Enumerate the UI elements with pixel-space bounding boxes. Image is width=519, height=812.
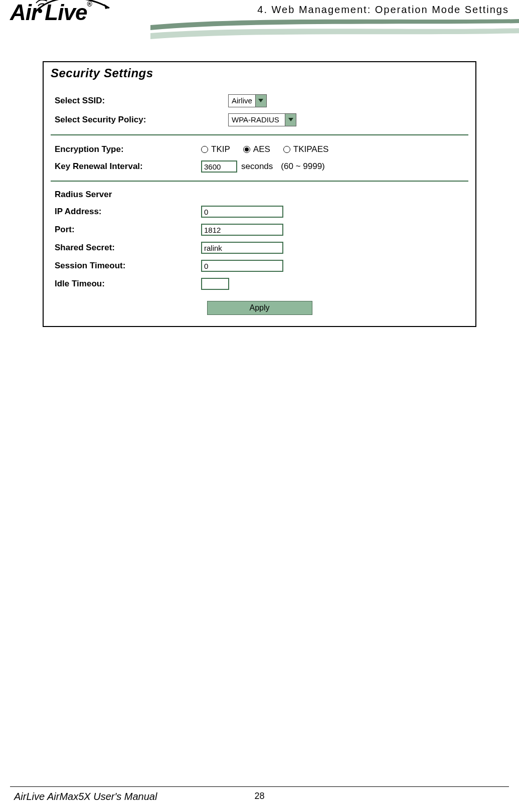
- radio-tkipaes[interactable]: TKIPAES: [283, 144, 329, 154]
- airlive-logo: Air Live®: [10, 0, 92, 25]
- port-input[interactable]: [201, 224, 283, 236]
- row-idle-timeout: Idle Timeou:: [51, 275, 468, 293]
- security-settings-panel: Security Settings Select SSID: Airlive S…: [43, 61, 476, 327]
- encryption-label: Encryption Type:: [51, 144, 201, 154]
- key-renewal-label: Key Renewal Interval:: [51, 161, 201, 172]
- radio-tkip[interactable]: TKIP: [201, 144, 230, 154]
- row-key-renewal: Key Renewal Interval: seconds (60 ~ 9999…: [51, 157, 468, 176]
- ip-input[interactable]: [201, 206, 283, 218]
- row-security-policy: Select Security Policy: WPA-RADIUS: [51, 110, 468, 129]
- radio-dot-icon: [283, 146, 290, 153]
- row-shared-secret: Shared Secret:: [51, 239, 468, 257]
- apply-button[interactable]: Apply: [207, 301, 312, 315]
- page-footer: 28 AirLive AirMax5X User's Manual: [0, 786, 519, 804]
- ssid-label: Select SSID:: [51, 96, 201, 106]
- idle-label: Idle Timeou:: [51, 279, 201, 289]
- secret-label: Shared Secret:: [51, 243, 201, 253]
- policy-select-value: WPA-RADIUS: [229, 114, 285, 126]
- secret-input[interactable]: [201, 242, 283, 254]
- port-label: Port:: [51, 225, 201, 235]
- key-renewal-input[interactable]: [201, 160, 237, 173]
- row-encryption-type: Encryption Type: TKIP AES TKIPAES: [51, 141, 468, 157]
- row-ip-address: IP Address:: [51, 203, 468, 221]
- row-session-timeout: Session Timeout:: [51, 257, 468, 275]
- row-port: Port:: [51, 221, 468, 239]
- row-select-ssid: Select SSID: Airlive: [51, 91, 468, 110]
- divider: [51, 134, 468, 135]
- svg-point-1: [38, 9, 42, 13]
- chapter-label: 4. Web Management: Operation Mode Settin…: [257, 4, 509, 16]
- header-swoosh-icon: [150, 16, 519, 46]
- radio-aes[interactable]: AES: [243, 144, 270, 154]
- idle-input[interactable]: [201, 278, 229, 290]
- page-header: 4. Web Management: Operation Mode Settin…: [0, 0, 519, 55]
- key-renewal-range: (60 ~ 9999): [281, 161, 324, 172]
- ssid-select[interactable]: Airlive: [228, 94, 267, 107]
- chevron-down-icon: [255, 95, 266, 107]
- policy-select[interactable]: WPA-RADIUS: [228, 113, 296, 126]
- ssid-select-value: Airlive: [229, 95, 255, 107]
- footer-rule: [10, 786, 509, 787]
- radius-legend: Radius Server: [51, 188, 468, 203]
- radio-aes-label: AES: [253, 144, 270, 154]
- radio-dot-icon: [243, 146, 250, 153]
- policy-label: Select Security Policy:: [51, 115, 201, 125]
- radio-tkip-label: TKIP: [211, 144, 230, 154]
- ip-label: IP Address:: [51, 207, 201, 217]
- svg-marker-2: [258, 99, 263, 102]
- panel-title: Security Settings: [51, 66, 468, 80]
- logo-arc-icon: [34, 0, 114, 15]
- session-input[interactable]: [201, 260, 283, 272]
- manual-title: AirLive AirMax5X User's Manual: [14, 791, 157, 802]
- chevron-down-icon: [285, 114, 296, 126]
- radio-dot-icon: [201, 146, 208, 153]
- key-renewal-unit: seconds: [241, 161, 273, 172]
- radio-tkipaes-label: TKIPAES: [293, 144, 329, 154]
- divider: [51, 181, 468, 182]
- session-label: Session Timeout:: [51, 261, 201, 271]
- svg-marker-3: [288, 118, 293, 121]
